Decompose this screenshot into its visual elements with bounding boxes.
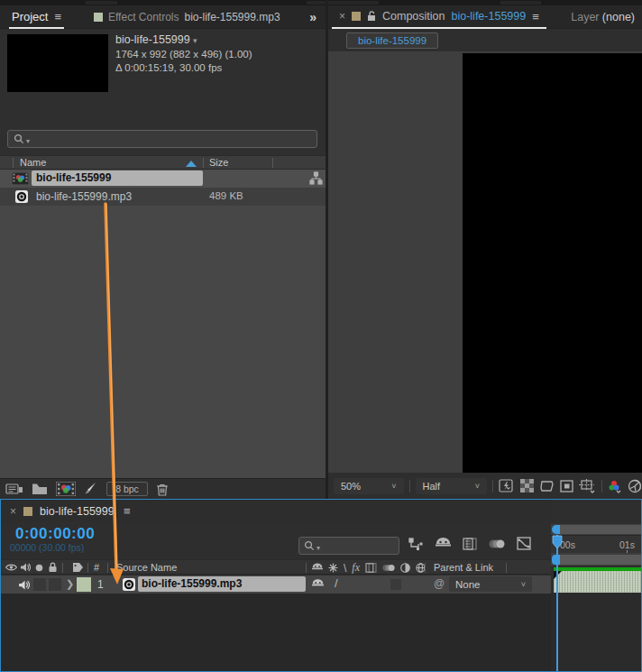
- close-tab-icon[interactable]: ×: [339, 10, 345, 23]
- pan-behind-icon[interactable]: [579, 479, 596, 493]
- breadcrumb[interactable]: bio-life-155999: [346, 32, 438, 49]
- panel-menu-icon[interactable]: ≡: [124, 504, 131, 518]
- item-info-name: bio-life-155999: [115, 33, 190, 46]
- project-preview-thumbnail: [7, 34, 108, 92]
- magnification-value: 50%: [341, 481, 361, 492]
- tab-layer-value: (none): [602, 11, 635, 23]
- frame-blending-icon[interactable]: [365, 563, 377, 573]
- quality-icon[interactable]: \: [344, 562, 346, 575]
- project-tabbar: Project ≡ Effect Controls bio-life-15599…: [0, 5, 326, 29]
- timeline-search-input[interactable]: ▾: [298, 537, 399, 555]
- brush-icon[interactable]: [84, 482, 98, 496]
- fx-icon[interactable]: fx: [352, 561, 360, 575]
- adjustment-layer-icon[interactable]: [400, 563, 410, 573]
- graph-editor-icon[interactable]: [517, 537, 531, 550]
- solo-icon[interactable]: [35, 564, 43, 572]
- shy-icon[interactable]: [312, 579, 324, 589]
- audio-speaker-icon[interactable]: [20, 562, 31, 573]
- motion-blur-icon[interactable]: [382, 563, 395, 573]
- composition-mini-flowchart-icon[interactable]: [408, 538, 424, 550]
- lock-icon[interactable]: [48, 562, 58, 573]
- track-empty-area[interactable]: [551, 593, 641, 671]
- layer-label-swatch[interactable]: [77, 577, 91, 592]
- bit-depth-button[interactable]: 8 bpc: [106, 482, 148, 496]
- search-options-caret-icon[interactable]: ▾: [316, 544, 320, 552]
- item-info-caret-icon[interactable]: ▾: [193, 36, 197, 45]
- navigator-handle[interactable]: [552, 525, 560, 534]
- work-area-bar[interactable]: [551, 553, 641, 566]
- unlock-icon[interactable]: [367, 11, 376, 22]
- sort-ascending-icon[interactable]: [186, 161, 197, 167]
- flowchart-icon[interactable]: [309, 171, 323, 185]
- audio-file-icon: [15, 190, 28, 203]
- column-header-name[interactable]: Name: [20, 157, 46, 168]
- trash-icon[interactable]: [156, 483, 169, 496]
- time-ruler[interactable]: 00s 01s: [551, 535, 641, 553]
- layer-row[interactable]: ❯ 1 bio-life-155999.mp3 / @ None ˅: [1, 575, 551, 594]
- project-row-composition-name[interactable]: bio-life-155999: [32, 170, 203, 186]
- project-list-empty-area[interactable]: [0, 206, 326, 478]
- project-row-audio-name[interactable]: bio-life-155999.mp3: [36, 190, 132, 203]
- channel-settings-icon[interactable]: [608, 479, 622, 493]
- new-folder-icon[interactable]: [32, 483, 48, 495]
- solo-checkbox[interactable]: [33, 578, 46, 591]
- search-options-caret-icon[interactable]: ▾: [26, 137, 30, 145]
- column-header-size[interactable]: Size: [209, 157, 228, 168]
- current-time-indicator-line[interactable]: [556, 535, 558, 671]
- timeline-empty-area[interactable]: [1, 594, 551, 671]
- interpret-footage-icon[interactable]: [5, 483, 23, 495]
- magnification-dropdown[interactable]: 50% ˅: [334, 478, 404, 494]
- exposure-icon[interactable]: [628, 479, 642, 493]
- motion-blur-icon[interactable]: [489, 538, 505, 550]
- close-tab-icon[interactable]: ×: [10, 505, 16, 518]
- column-parent-link-label[interactable]: Parent & Link: [434, 562, 493, 573]
- tab-effect-controls[interactable]: Effect Controls bio-life-155999.mp3: [94, 5, 280, 29]
- lock-checkbox[interactable]: [49, 578, 61, 591]
- guides-icon[interactable]: [560, 480, 573, 492]
- search-icon: [14, 133, 24, 144]
- composition-icon: [12, 172, 29, 185]
- panel-menu-icon[interactable]: ≡: [532, 10, 539, 23]
- composition-viewer[interactable]: [328, 51, 642, 473]
- tab-composition-label: Composition: [382, 10, 445, 23]
- composition-canvas[interactable]: [463, 53, 642, 473]
- project-search-input[interactable]: ▾: [7, 130, 317, 148]
- tab-composition[interactable]: × Composition bio-life-155999 ≡: [332, 5, 546, 29]
- column-source-name-label[interactable]: Source Name: [116, 562, 177, 573]
- composition-breadcrumb-strip: bio-life-155999: [328, 30, 642, 51]
- tab-project[interactable]: Project ≡: [9, 5, 64, 29]
- tab-timeline[interactable]: × bio-life-155999: [5, 500, 120, 522]
- audio-layer-bar[interactable]: [554, 571, 641, 593]
- tab-effect-controls-label: Effect Controls: [108, 11, 179, 23]
- parent-link-value: None: [455, 579, 481, 590]
- resolution-dropdown[interactable]: Half ˅: [416, 478, 488, 494]
- shy-icon[interactable]: [312, 563, 323, 573]
- project-row-audio[interactable]: bio-life-155999.mp3 489 KB: [0, 188, 326, 206]
- timeline-column-header: # Source Name \ fx: [1, 559, 551, 575]
- current-time-indicator-head[interactable]: [552, 535, 563, 549]
- audio-speaker-icon[interactable]: [18, 579, 30, 591]
- frame-blending-icon[interactable]: [463, 538, 477, 550]
- quality-icon[interactable]: /: [335, 576, 338, 590]
- region-of-interest-icon[interactable]: [539, 480, 555, 492]
- layer-source-name[interactable]: bio-life-155999.mp3: [138, 576, 306, 592]
- panel-menu-icon[interactable]: ≡: [54, 10, 61, 23]
- label-tag-icon[interactable]: [72, 562, 84, 573]
- shy-icon[interactable]: [436, 538, 451, 550]
- new-composition-icon[interactable]: [56, 482, 76, 496]
- collapse-transformations-icon[interactable]: [328, 563, 338, 573]
- tab-project-label: Project: [12, 10, 48, 23]
- transparency-grid-icon[interactable]: [520, 479, 534, 492]
- project-item-info: bio-life-155999 ▾ 1764 x 992 (882 x 496)…: [115, 33, 252, 75]
- tab-layer[interactable]: Layer (none): [571, 11, 635, 23]
- expander-icon[interactable]: ❯: [66, 578, 74, 590]
- project-row-composition[interactable]: bio-life-155999: [0, 170, 326, 188]
- fast-preview-icon[interactable]: [499, 479, 515, 493]
- current-timecode[interactable]: 0:00:00:00: [15, 525, 95, 543]
- parent-link-dropdown[interactable]: None ˅: [449, 576, 532, 592]
- motion-blur-checkbox[interactable]: [390, 579, 401, 590]
- video-eye-icon[interactable]: [5, 563, 17, 572]
- tab-overflow-icon[interactable]: »: [309, 10, 316, 24]
- pick-whip-icon[interactable]: @: [434, 577, 445, 590]
- timeline-navigator-bar[interactable]: [551, 524, 641, 535]
